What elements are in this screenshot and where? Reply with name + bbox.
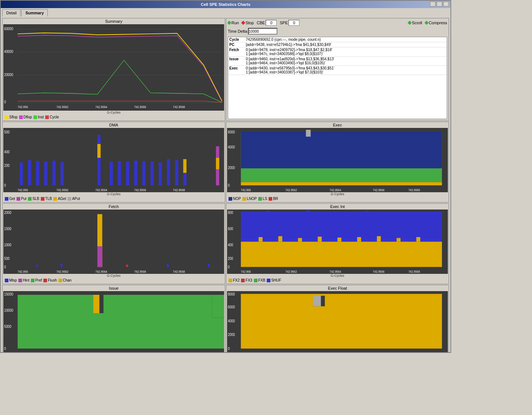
legend-shuf: SHUF (267, 278, 281, 282)
hint-label: Hint (23, 278, 29, 282)
svg-text:60000: 60000 (4, 26, 13, 31)
fx2-icon (229, 279, 232, 282)
svg-rect-22 (44, 161, 47, 185)
svg-text:1000: 1000 (4, 243, 11, 247)
svg-rect-83 (241, 212, 442, 242)
compress-control: Compress (425, 21, 447, 25)
summary-chart-svg: 60000 40000 20000 0 (3, 24, 224, 111)
issue-chart-title: Issue (3, 286, 224, 290)
svg-text:742.9562: 742.9562 (285, 352, 297, 352)
cbe-input[interactable] (266, 20, 277, 26)
legend-get: Get (5, 197, 15, 201)
lnop-icon (242, 197, 246, 201)
svg-text:8000: 8000 (228, 293, 235, 297)
br-icon (269, 197, 272, 201)
svg-text:400: 400 (228, 243, 233, 247)
fx3-label: FX3 (245, 278, 252, 282)
mlsp-icon (5, 279, 8, 282)
put-label: Put (21, 197, 26, 201)
svg-text:0: 0 (228, 265, 230, 269)
br-label: BR (273, 197, 278, 201)
run-control: Run (228, 21, 239, 25)
issue-chart-container: 15000 10000 5000 0 742.956 742.9562 (3, 291, 224, 352)
dma-chart-container: 500 400 200 0 (3, 128, 224, 192)
legend-sflop: Sflop (5, 115, 18, 119)
svg-rect-26 (97, 144, 101, 158)
svg-rect-30 (134, 161, 137, 186)
spe-input[interactable] (288, 20, 299, 26)
fetch-x-label: G-Cycles (3, 274, 224, 278)
fx3-icon (241, 279, 245, 282)
minimize-button[interactable]: − (430, 1, 436, 7)
legend-fx3: FX3 (241, 278, 252, 282)
legend-ls: LS (258, 197, 267, 201)
chan-label: Chan (63, 278, 72, 282)
get-label: Get (9, 197, 15, 201)
svg-rect-59 (3, 210, 224, 274)
svg-text:200: 200 (4, 164, 10, 168)
svg-rect-31 (142, 161, 145, 185)
svg-text:742.9562: 742.9562 (285, 270, 297, 274)
scroll-diamond-icon (408, 21, 412, 25)
svg-text:15000: 15000 (4, 292, 13, 297)
maximize-button[interactable]: □ (436, 1, 442, 7)
inst-label: Inst (38, 115, 44, 119)
main-window: Cell SPE Statistics Charts − □ × Detail … (0, 0, 451, 353)
exec-float-chart-wrapper: 8000 6000 4000 2000 0 742.956 742.956 (227, 291, 448, 352)
svg-text:742.9566: 742.9566 (373, 270, 385, 274)
stop-label[interactable]: Stop (245, 21, 254, 25)
cbe-label: CBE (257, 21, 265, 25)
svg-text:742.9564: 742.9564 (95, 352, 107, 352)
svg-rect-0 (3, 24, 224, 111)
fxb-label: FXB (258, 278, 265, 282)
exec-row: Exec 0:[addr=9430, inst=e56795b3]->'fma … (228, 66, 447, 75)
svg-text:742.9562: 742.9562 (285, 189, 297, 192)
ls-icon (258, 197, 262, 201)
svg-rect-37 (183, 173, 187, 186)
svg-text:400: 400 (4, 150, 10, 154)
close-button[interactable]: × (443, 1, 449, 7)
compress-label[interactable]: Compress (429, 21, 447, 25)
svg-text:0: 0 (4, 100, 6, 104)
svg-text:742.9564: 742.9564 (95, 270, 107, 274)
svg-text:742.9564: 742.9564 (330, 352, 341, 352)
svg-text:742.956: 742.956 (241, 270, 251, 274)
scroll-label[interactable]: Scroll (412, 21, 422, 25)
svg-rect-107 (18, 295, 224, 348)
svg-text:742.956: 742.956 (18, 189, 28, 192)
slb-label: SLB (32, 197, 39, 201)
exec-value: 0:[addr=9430, inst=e56795b3]->'fma $43,$… (246, 66, 446, 74)
svg-rect-125 (313, 295, 321, 306)
tab-detail[interactable]: Detail (2, 9, 21, 17)
svg-rect-69 (126, 265, 128, 267)
exec-int-chart-svg: 800 600 400 200 0 (227, 210, 448, 274)
svg-text:742.9566: 742.9566 (134, 105, 146, 109)
svg-rect-111 (212, 295, 224, 318)
slb-icon (28, 197, 32, 201)
svg-rect-67 (36, 265, 38, 267)
time-delta-label: Time Delta (228, 29, 247, 33)
time-delta-input[interactable] (248, 28, 277, 35)
issue-row: Issue 0:[addr=9460, inst=e1ad920d]->'fma… (228, 57, 447, 66)
svg-rect-32 (151, 161, 154, 185)
run-label[interactable]: Run (231, 21, 239, 25)
legend-lnop: LNOP (242, 197, 257, 201)
svg-rect-88 (318, 237, 322, 242)
flush-label: Flush (48, 278, 57, 282)
exec-int-chart-title: Exec Int (227, 204, 448, 209)
svg-rect-92 (396, 238, 400, 242)
fetch-legend: Mlsp Hint Pref Flush Chan (3, 278, 224, 283)
dma-legend: Get Put SLB TLB AGet (3, 196, 224, 201)
tab-summary[interactable]: Summary (21, 9, 48, 17)
spe-control: SPE (280, 20, 299, 26)
nop-label: NOP (233, 197, 241, 201)
exec-chart-svg: 6000 4000 2000 0 742.956 742.9562 (227, 128, 448, 192)
cycle-icon (45, 115, 49, 119)
exec-float-chart-panel: Exec Float 8000 6000 4000 2000 0 (226, 285, 449, 352)
stop-diamond-icon (241, 21, 245, 25)
fetch-chart-container: 2000 1500 1000 500 0 (3, 210, 224, 274)
hint-icon (18, 279, 22, 282)
svg-rect-35 (175, 160, 178, 186)
legend-dflop: Dflop (19, 115, 32, 119)
title-bar: Cell SPE Statistics Charts − □ × (1, 1, 450, 8)
